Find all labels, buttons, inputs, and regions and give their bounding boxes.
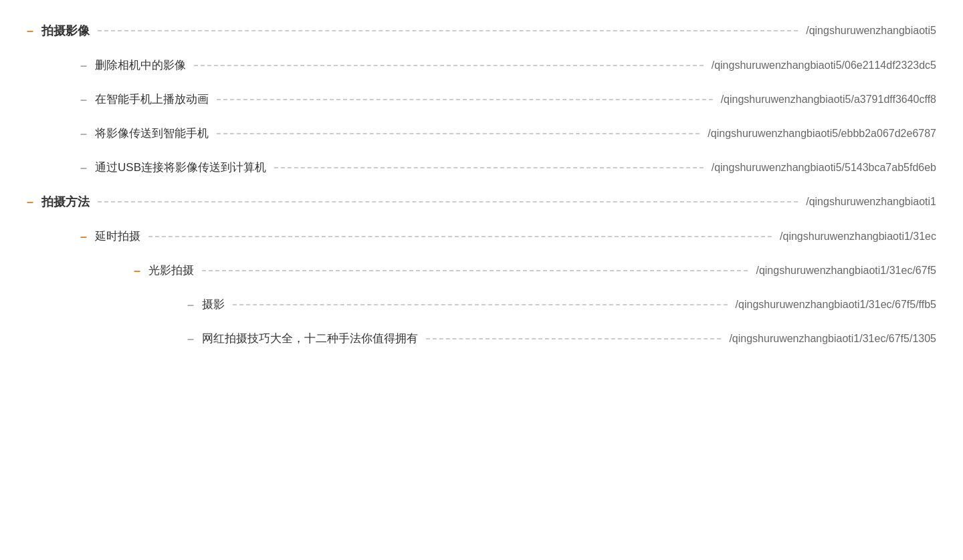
item-guangying-dash: –: [134, 265, 140, 277]
item-shanchu-label: 删除相机中的影像: [95, 57, 186, 73]
item-usb-content: –通过USB连接将影像传送到计算机/qingshuruwenzhangbiaot…: [80, 160, 936, 175]
page-container: –拍摄影像/qingshuruwenzhangbiaoti5–删除相机中的影像/…: [0, 0, 963, 369]
item-bofang-label: 在智能手机上播放动画: [95, 92, 209, 107]
item-bofang-content: –在智能手机上播放动画/qingshuruwenzhangbiaoti5/a37…: [80, 92, 936, 107]
item-shanchu-dash: –: [80, 59, 87, 72]
item-paifang-dash: –: [27, 196, 33, 208]
item-yanshi-dotted-line: [148, 236, 772, 237]
item-paiying-content: –拍摄影像/qingshuruwenzhangbiaoti5: [27, 23, 936, 39]
item-guangying-dotted-line: [202, 270, 748, 271]
item-paifang-content: –拍摄方法/qingshuruwenzhangbiaoti1: [27, 194, 936, 210]
item-chuansong-label: 将影像传送到智能手机: [95, 126, 209, 141]
item-guangying-content: –光影拍摄/qingshuruwenzhangbiaoti1/31ec/67f5: [134, 263, 936, 278]
item-yanshi-label: 延时拍摄: [95, 229, 140, 244]
item-chuansong-dash: –: [80, 128, 87, 140]
item-shanchu-content: –删除相机中的影像/qingshuruwenzhangbiaoti5/06e21…: [80, 57, 936, 73]
item-usb[interactable]: –通过USB连接将影像传送到计算机/qingshuruwenzhangbiaot…: [0, 150, 963, 184]
item-sheying-path: /qingshuruwenzhangbiaoti1/31ec/67f5/ffb5: [736, 299, 936, 311]
item-paiying-path: /qingshuruwenzhangbiaoti5: [806, 25, 936, 37]
item-shanchu-path: /qingshuruwenzhangbiaoti5/06e2114df2323d…: [712, 59, 936, 72]
item-paiying-label: 拍摄影像: [41, 23, 90, 39]
item-sheying-label: 摄影: [202, 297, 225, 312]
item-bofang-dash: –: [80, 94, 87, 106]
item-bofang-path: /qingshuruwenzhangbiaoti5/a3791dff3640cf…: [721, 94, 936, 106]
item-usb-path: /qingshuruwenzhangbiaoti5/5143bca7ab5fd6…: [712, 162, 936, 174]
item-wanghong-label: 网红拍摄技巧大全，十二种手法你值得拥有: [202, 331, 418, 346]
item-shanchu-dotted-line: [194, 65, 704, 66]
item-sheying[interactable]: –摄影/qingshuruwenzhangbiaoti1/31ec/67f5/f…: [0, 287, 963, 321]
item-wanghong[interactable]: –网红拍摄技巧大全，十二种手法你值得拥有/qingshuruwenzhangbi…: [0, 321, 963, 356]
item-sheying-dotted-line: [233, 304, 728, 305]
item-chuansong-content: –将影像传送到智能手机/qingshuruwenzhangbiaoti5/ebb…: [80, 126, 936, 141]
item-wanghong-dotted-line: [426, 338, 721, 339]
item-paiying[interactable]: –拍摄影像/qingshuruwenzhangbiaoti5: [0, 13, 963, 48]
item-wanghong-dash: –: [187, 333, 194, 345]
item-sheying-dash: –: [187, 299, 194, 311]
item-usb-dash: –: [80, 162, 87, 174]
item-chuansong-path: /qingshuruwenzhangbiaoti5/ebbb2a067d2e67…: [708, 128, 936, 140]
item-wanghong-content: –网红拍摄技巧大全，十二种手法你值得拥有/qingshuruwenzhangbi…: [187, 331, 936, 346]
item-guangying-path: /qingshuruwenzhangbiaoti1/31ec/67f5: [756, 265, 936, 277]
item-bofang[interactable]: –在智能手机上播放动画/qingshuruwenzhangbiaoti5/a37…: [0, 82, 963, 116]
item-paifang[interactable]: –拍摄方法/qingshuruwenzhangbiaoti1: [0, 184, 963, 219]
item-yanshi[interactable]: –延时拍摄/qingshuruwenzhangbiaoti1/31ec: [0, 219, 963, 253]
item-sheying-content: –摄影/qingshuruwenzhangbiaoti1/31ec/67f5/f…: [187, 297, 936, 312]
item-guangying-label: 光影拍摄: [148, 263, 194, 278]
item-paifang-label: 拍摄方法: [41, 194, 90, 210]
item-bofang-dotted-line: [217, 99, 713, 100]
item-paifang-path: /qingshuruwenzhangbiaoti1: [806, 196, 936, 208]
item-yanshi-path: /qingshuruwenzhangbiaoti1/31ec: [780, 231, 936, 243]
item-shanchu[interactable]: –删除相机中的影像/qingshuruwenzhangbiaoti5/06e21…: [0, 48, 963, 82]
item-usb-dotted-line: [274, 167, 704, 168]
item-chuansong-dotted-line: [217, 133, 700, 134]
item-usb-label: 通过USB连接将影像传送到计算机: [95, 160, 266, 175]
item-chuansong[interactable]: –将影像传送到智能手机/qingshuruwenzhangbiaoti5/ebb…: [0, 116, 963, 150]
item-wanghong-path: /qingshuruwenzhangbiaoti1/31ec/67f5/1305: [729, 333, 936, 345]
item-paifang-dotted-line: [98, 201, 798, 202]
item-guangying[interactable]: –光影拍摄/qingshuruwenzhangbiaoti1/31ec/67f5…: [0, 253, 963, 287]
item-yanshi-dash: –: [80, 231, 87, 243]
item-paiying-dotted-line: [98, 30, 798, 31]
item-paiying-dash: –: [27, 25, 33, 37]
item-yanshi-content: –延时拍摄/qingshuruwenzhangbiaoti1/31ec: [80, 229, 936, 244]
